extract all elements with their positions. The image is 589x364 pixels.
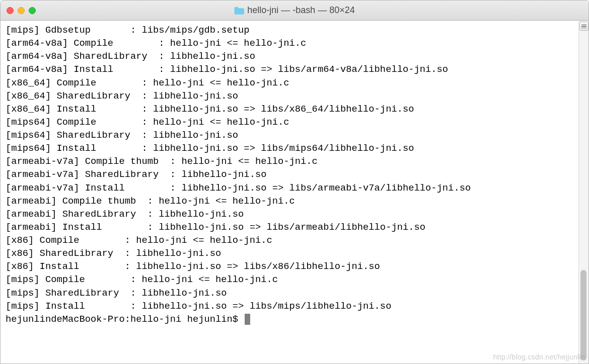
cursor <box>245 314 250 325</box>
terminal-output[interactable]: [mips] Gdbsetup : libs/mips/gdb.setup [a… <box>1 21 578 363</box>
scrollbar-area <box>578 21 588 363</box>
hamburger-icon[interactable] <box>579 22 588 31</box>
traffic-lights <box>7 7 36 14</box>
scrollbar-thumb[interactable] <box>580 270 586 360</box>
terminal-lines: [mips] Gdbsetup : libs/mips/gdb.setup [a… <box>6 25 471 312</box>
maximize-button[interactable] <box>29 7 36 14</box>
window-title: hello-jni — -bash — 80×24 <box>234 5 355 16</box>
window-title-text: hello-jni — -bash — 80×24 <box>247 5 355 16</box>
window-body: [mips] Gdbsetup : libs/mips/gdb.setup [a… <box>1 21 588 363</box>
folder-icon <box>234 7 244 15</box>
minimize-button[interactable] <box>18 7 25 14</box>
window-titlebar[interactable]: hello-jni — -bash — 80×24 <box>1 1 588 21</box>
shell-prompt: hejunlindeMacBook-Pro:hello-jni hejunlin… <box>6 314 244 325</box>
terminal-window: hello-jni — -bash — 80×24 [mips] Gdbsetu… <box>0 0 589 364</box>
close-button[interactable] <box>7 7 14 14</box>
